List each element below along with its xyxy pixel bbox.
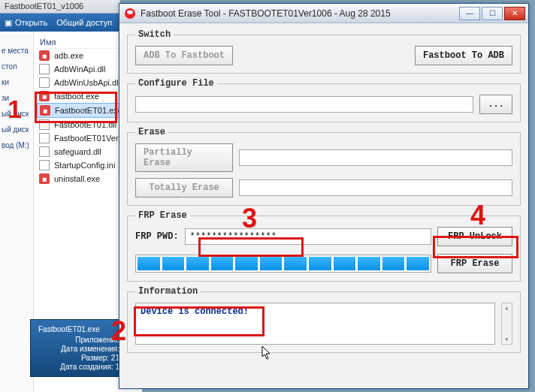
partially-erase-input[interactable] — [239, 149, 512, 166]
group-info-label: Information — [135, 286, 201, 297]
progress-segment — [186, 257, 209, 270]
fastboot-window: Fastboot Erase Tool - FASTBOOTET01Ver100… — [119, 3, 529, 389]
toolbar-share[interactable]: Общий доступ — [56, 18, 112, 27]
progress-segment — [211, 257, 234, 270]
partially-erase-button[interactable]: Partially Erase — [135, 143, 233, 172]
annotation-number-4: 4 — [470, 200, 485, 231]
app-icon — [124, 8, 136, 20]
tooltip-date: Дата изменения: — [38, 345, 119, 353]
scroll-up-icon: ▴ — [504, 303, 509, 312]
frp-pwd-label: FRP PWD: — [135, 231, 179, 242]
progress-segment — [309, 257, 331, 270]
nav-item[interactable]: вод (M:) — [2, 141, 32, 149]
group-frp-erase: FRP Erase FRP PWD: FRP UnLock FRP Erase — [127, 210, 521, 282]
group-configure-label: Configure File — [135, 78, 217, 89]
mouse-cursor-icon — [261, 345, 272, 360]
exe-file-icon: ■ — [39, 173, 50, 184]
browse-button[interactable]: ... — [479, 95, 512, 114]
progress-segment — [138, 257, 160, 270]
file-name: StartupConfig.ini — [54, 161, 115, 170]
tooltip-filename: FastbootET01.exe — [38, 325, 119, 333]
toolbar-open[interactable]: ▣ Открыть — [5, 18, 47, 28]
progress-segment — [407, 257, 429, 270]
exe-file-icon: ■ — [39, 50, 50, 61]
progress-segment — [334, 257, 356, 270]
frp-pwd-input[interactable] — [185, 228, 431, 245]
txt-file-icon — [39, 133, 50, 143]
progress-segment — [284, 257, 307, 270]
progress-segment — [260, 257, 283, 270]
totally-erase-button[interactable]: Totally Erase — [135, 178, 233, 198]
group-switch-label: Switch — [135, 29, 174, 40]
open-icon: ▣ — [5, 18, 12, 28]
tooltip-created: Дата создания: 1 — [38, 363, 119, 371]
scroll-down-icon: ▾ — [504, 335, 509, 344]
file-name: FastbootET01.exe — [55, 106, 122, 115]
adb-to-fastboot-button[interactable]: ADB To Fastboot — [135, 46, 233, 65]
progress-segment — [235, 257, 258, 270]
explorer-toolbar: ▣ Открыть Общий доступ — [0, 14, 120, 32]
dll-file-icon — [39, 146, 50, 157]
nav-item[interactable]: е места — [2, 47, 32, 55]
scrollbar[interactable]: ▴▾ — [501, 303, 512, 345]
group-configure-file: Configure File ... — [127, 78, 521, 122]
file-name: FastbootET01.dll — [54, 120, 116, 129]
file-name: uninstall.exe — [54, 174, 100, 183]
dll-file-icon — [39, 119, 50, 130]
file-name: adb.exe — [54, 51, 83, 60]
group-erase: Erase Partially Erase Totally Erase — [127, 127, 521, 206]
tooltip-type: Приложение — [38, 336, 119, 344]
nav-item[interactable]: стол — [2, 62, 32, 71]
file-name: AdbWinUsbApi.dll — [54, 78, 120, 87]
dll-file-icon — [39, 77, 50, 88]
file-name: fastboot.exe — [54, 92, 99, 101]
group-switch: Switch ADB To Fastboot Fastboot To ADB — [127, 29, 521, 74]
progress-segment — [382, 257, 405, 270]
frp-erase-button[interactable]: FRP Erase — [437, 254, 512, 273]
group-erase-label: Erase — [135, 127, 168, 137]
titlebar: Fastboot Erase Tool - FASTBOOTET01Ver100… — [119, 4, 528, 23]
minimize-button[interactable]: — — [459, 7, 480, 20]
group-frp-label: FRP Erase — [135, 210, 190, 221]
maximize-button[interactable]: ☐ — [482, 7, 503, 20]
annotation-number-3: 3 — [242, 203, 257, 234]
explorer-titlebar: FastbootET01_v1006 — [0, 0, 120, 14]
close-button[interactable]: ✕ — [504, 7, 525, 20]
window-title: Fastboot Erase Tool - FASTBOOTET01Ver100… — [141, 8, 455, 19]
fastboot-to-adb-button[interactable]: Fastboot To ADB — [415, 46, 512, 65]
nav-pane: е места стол ки зи ый диск (C ый диск во… — [0, 32, 34, 392]
dll-file-icon — [39, 64, 50, 74]
group-information: Information Device is connected! ▴▾ — [127, 286, 521, 353]
nav-item[interactable]: ки — [2, 78, 32, 86]
toolbar-share-label: Общий доступ — [56, 18, 112, 27]
explorer-title-text: FastbootET01_v1006 — [5, 2, 83, 11]
configure-file-input[interactable] — [135, 96, 473, 113]
annotation-number-1: 1 — [8, 95, 22, 124]
frp-progress-bar — [135, 255, 431, 273]
totally-erase-input[interactable] — [239, 179, 512, 196]
nav-item[interactable]: ый диск — [2, 125, 32, 134]
toolbar-open-label: Открыть — [15, 18, 47, 27]
information-textarea[interactable]: Device is connected! — [135, 303, 495, 345]
annotation-number-2: 2 — [111, 315, 126, 347]
exe-file-icon: ■ — [40, 105, 50, 116]
progress-segment — [358, 257, 380, 270]
ini-file-icon — [39, 160, 50, 170]
file-name: AdbWinApi.dll — [54, 65, 105, 74]
exe-file-icon: ■ — [39, 91, 50, 101]
progress-segment — [162, 257, 185, 270]
file-name: safeguard.dll — [54, 147, 101, 156]
tooltip-size: Размер: 21 — [38, 354, 119, 362]
